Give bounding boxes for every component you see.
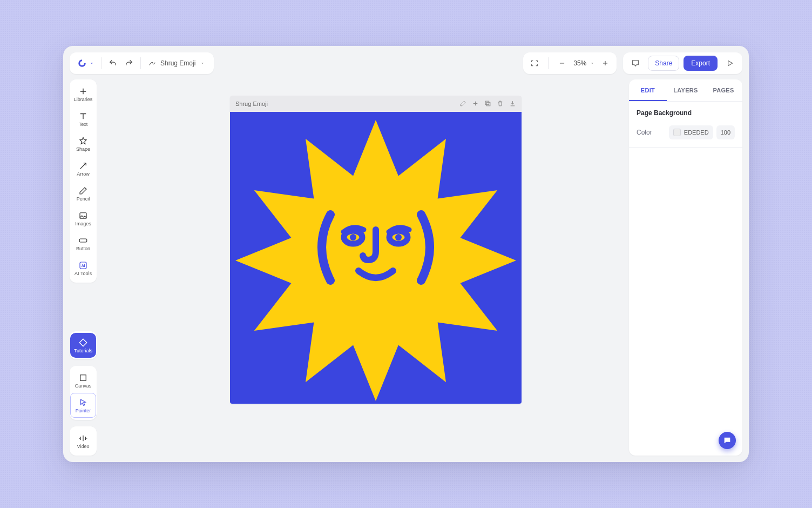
tool-panel-video: Video (70, 426, 97, 456)
export-label: Export (691, 59, 710, 67)
color-swatch (673, 129, 681, 136)
tool-label: Arrow (77, 172, 90, 177)
svg-point-8 (350, 234, 356, 240)
pencil-icon (78, 186, 88, 196)
tool-arrow[interactable]: Arrow (70, 156, 96, 181)
zoom-in-button[interactable] (597, 55, 613, 71)
top-bar: Shrug Emoji 35% (70, 52, 742, 74)
artboard-delete-button[interactable] (497, 100, 504, 108)
minus-icon (558, 59, 566, 67)
color-opacity-value: 100 (721, 129, 730, 136)
artboard-copy-button[interactable] (484, 100, 491, 108)
star-icon (78, 136, 88, 146)
tool-label: Button (76, 246, 90, 251)
chevron-down-icon[interactable] (590, 61, 595, 66)
plus-icon (472, 100, 479, 107)
comment-button[interactable] (627, 55, 644, 71)
tool-label: AI Tools (75, 271, 92, 276)
app-logo-menu[interactable] (74, 58, 98, 68)
artboard-edit-button[interactable] (459, 100, 466, 108)
canvas-area[interactable]: Shrug Emoji (103, 79, 622, 456)
tool-ai-tools[interactable]: AI AI Tools (70, 256, 96, 280)
chevron-down-icon (89, 61, 94, 66)
tool-label: Canvas (75, 384, 92, 389)
copy-icon (484, 100, 491, 107)
tool-text[interactable]: Text (70, 106, 96, 131)
properties-panel: EDIT LAYERS PAGES Page Background Color … (629, 79, 742, 456)
video-icon (78, 433, 88, 443)
artboard[interactable]: Shrug Emoji (230, 96, 522, 404)
artboard-add-button[interactable] (472, 100, 479, 108)
tool-pointer[interactable]: Pointer (70, 393, 96, 418)
tab-pages[interactable]: PAGES (705, 79, 742, 101)
play-button[interactable] (722, 55, 738, 71)
tool-label: Pencil (77, 197, 90, 202)
svg-point-10 (395, 234, 402, 240)
tool-canvas[interactable]: Canvas (70, 368, 96, 393)
tool-tutorials[interactable]: Tutorials (70, 333, 96, 358)
svg-text:AI: AI (82, 264, 85, 268)
diamond-icon (78, 338, 88, 347)
fit-to-screen-button[interactable] (526, 55, 543, 71)
artboard-body[interactable] (230, 112, 522, 404)
divider (101, 57, 102, 69)
tool-label: Tutorials (74, 349, 92, 353)
svg-rect-6 (485, 101, 489, 105)
document-title-dropdown[interactable]: Shrug Emoji (144, 59, 209, 67)
zoom-controls: 35% (523, 52, 617, 74)
undo-button[interactable] (105, 55, 121, 71)
zoom-out-button[interactable] (554, 55, 570, 71)
canvas-icon (78, 373, 88, 383)
share-button[interactable]: Share (648, 56, 679, 71)
undo-icon (109, 59, 117, 68)
scribble-icon (148, 59, 156, 67)
app-logo-icon (77, 58, 87, 68)
section-page-background: Page Background (629, 102, 742, 122)
tab-edit[interactable]: EDIT (629, 79, 667, 101)
color-opacity-chip[interactable]: 100 (716, 125, 735, 139)
zoom-level: 35% (572, 59, 587, 67)
property-row-color: Color EDEDED 100 (629, 122, 742, 148)
tool-shape[interactable]: Shape (70, 131, 96, 156)
tool-video[interactable]: Video (70, 429, 96, 453)
export-button[interactable]: Export (684, 56, 718, 71)
play-icon (726, 59, 734, 68)
image-icon (78, 211, 88, 220)
help-chat-button[interactable] (719, 432, 736, 449)
artboard-actions (459, 100, 516, 108)
pointer-icon (78, 398, 88, 407)
chevron-down-icon (200, 61, 205, 66)
artboard-title: Shrug Emoji (235, 101, 268, 107)
tool-pencil[interactable]: Pencil (70, 181, 96, 206)
tool-label: Pointer (76, 409, 91, 413)
plus-icon (78, 86, 88, 96)
text-icon (78, 111, 88, 121)
spacer (70, 289, 97, 325)
panel-tabs: EDIT LAYERS PAGES (629, 79, 742, 102)
svg-rect-4 (80, 375, 86, 380)
comment-icon (631, 59, 640, 68)
chat-icon (723, 436, 732, 445)
tool-libraries[interactable]: Libraries (70, 82, 96, 106)
tool-images[interactable]: Images (70, 206, 96, 231)
tool-label: Shape (76, 147, 90, 152)
artboard-download-button[interactable] (509, 100, 516, 108)
arrow-icon (78, 161, 88, 171)
download-icon (509, 100, 516, 107)
tool-button[interactable]: Button (70, 231, 96, 256)
trash-icon (497, 100, 504, 107)
property-label-color: Color (637, 129, 652, 136)
tool-panel-tutorials: Tutorials (70, 331, 97, 359)
color-hex-value: EDEDED (684, 129, 709, 136)
redo-button[interactable] (121, 55, 137, 71)
tool-label: Text (79, 122, 88, 127)
tool-label: Images (75, 222, 91, 226)
frame-icon (530, 59, 539, 68)
ai-icon: AI (78, 260, 88, 270)
left-toolbar-pill: Shrug Emoji (70, 52, 214, 74)
color-hex-chip[interactable]: EDEDED (669, 125, 713, 139)
left-sidebar: Libraries Text Shape Arrow Pencil Images (70, 79, 97, 456)
svg-rect-5 (486, 102, 490, 106)
svg-rect-1 (79, 239, 87, 242)
tab-layers[interactable]: LAYERS (667, 79, 705, 101)
